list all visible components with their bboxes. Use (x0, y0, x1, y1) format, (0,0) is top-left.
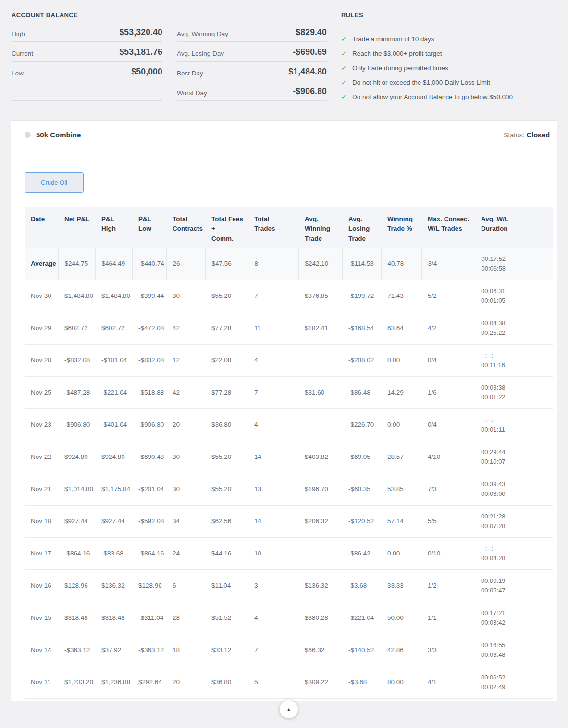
cell-pnl_low: -$832.08 (132, 344, 166, 376)
cell-avg_win: $31.60 (298, 376, 342, 408)
cell-fees: $11.04 (205, 569, 248, 602)
cell-contracts: 6 (166, 569, 205, 602)
cell-contracts: 42 (166, 376, 205, 408)
rule-item: ✓Trade a minimum of 10 days (341, 32, 562, 46)
cell-pnl_low: -$311.04 (132, 602, 166, 634)
cell-pnl_low: -$363.12 (132, 634, 166, 666)
column-header: Avg. W/LDuration (475, 207, 517, 248)
cell-fees: $55.20 (205, 441, 248, 473)
cell-avg_lose: -$60.35 (342, 473, 381, 505)
cell-contracts: 12 (166, 344, 205, 376)
table-row-average: Average$244.75$464.49-$440.7426$47.568$2… (25, 248, 553, 280)
cell-avg_win: $66.32 (298, 634, 342, 666)
duration-win: --:--:-- (481, 351, 517, 360)
cell-fees: $47.56 (205, 248, 248, 280)
cell-win_pct: 80.00 (381, 666, 421, 698)
check-icon: ✓ (341, 93, 352, 100)
cell-pnl_low: -$399.44 (132, 280, 166, 312)
cell-duration: 00:21:2800:07:28 (475, 505, 517, 537)
duration-win: 00:39:43 (481, 480, 517, 489)
cell-consec: 3/4 (421, 248, 475, 280)
cell-trades: 11 (248, 312, 298, 344)
column-header: Total Fees +Comm. (205, 207, 248, 248)
rules-list: ✓Trade a minimum of 10 days✓Reach the $3… (341, 32, 562, 104)
cell-pnl_low: $292.64 (132, 666, 166, 698)
cell-pnl_high: -$401.04 (95, 408, 132, 441)
cell-pnl_low: -$906.80 (132, 408, 166, 441)
cell-spacer (517, 344, 553, 376)
cell-trades: 8 (248, 248, 298, 280)
cell-contracts: 26 (166, 248, 205, 280)
check-icon: ✓ (341, 50, 352, 57)
table-row: Nov 21$1,014.80$1,175.84-$201.0430$55.20… (25, 473, 553, 505)
cell-date: Nov 21 (25, 473, 58, 505)
stat-label: High (12, 30, 25, 37)
cell-date: Nov 16 (25, 569, 58, 602)
cell-contracts: 20 (166, 408, 205, 441)
duration-loss: 00:03:48 (481, 650, 517, 660)
cell-spacer (517, 634, 553, 666)
table-row: Nov 15$318.48$318.48-$311.0428$51.524$38… (25, 602, 553, 634)
column-header: TotalTrades (248, 207, 298, 248)
cell-avg_win: $403.82 (298, 441, 342, 473)
stat-row: Best Day$1,484.80 (177, 62, 327, 81)
cell-date: Nov 30 (25, 280, 58, 312)
cell-spacer (517, 537, 553, 569)
duration-loss: 00:01:11 (481, 425, 517, 434)
cell-win_pct: 53.85 (381, 473, 421, 505)
duration-win: 00:00:19 (481, 576, 517, 586)
stat-row: Current$53,181.76 (12, 42, 162, 62)
table-row: Nov 18$927.44$927.44-$592.0834$62.5614$2… (25, 505, 553, 537)
cell-contracts: 42 (166, 312, 205, 344)
cell-date: Nov 25 (25, 376, 58, 408)
cell-avg_lose: -$69.05 (342, 441, 381, 473)
cell-avg_lose: -$3.68 (342, 666, 381, 698)
stat-value: $50,000 (131, 67, 162, 77)
cell-spacer (517, 441, 553, 473)
cell-contracts: 28 (166, 602, 205, 634)
account-balance-title: ACCOUNT BALANCE (12, 12, 162, 22)
cell-pnl_high: $37.92 (95, 634, 132, 666)
combine-name: 50k Combine (36, 131, 81, 139)
account-balance-stats: High$53,320.40Current$53,181.76Low$50,00… (12, 22, 162, 101)
duration-win: 00:17:21 (481, 608, 517, 618)
cell-fees: $22.08 (205, 344, 248, 376)
stat-row: High$53,320.40 (12, 22, 162, 42)
collapse-button[interactable]: ▲ (280, 700, 298, 718)
cell-net_pnl: $927.44 (58, 505, 95, 537)
cell-contracts: 30 (166, 473, 205, 505)
cell-net_pnl: -$864.16 (58, 537, 95, 569)
cell-avg_lose: -$208.02 (342, 344, 381, 376)
cell-net_pnl: $318.48 (58, 602, 95, 634)
cell-spacer (517, 666, 553, 698)
table-row: Nov 14-$363.12$37.92-$363.1218$33.127$66… (25, 634, 553, 666)
stat-label: Current (12, 50, 33, 57)
cell-avg_lose: -$140.52 (342, 634, 381, 666)
cell-consec: 4/1 (421, 666, 475, 698)
column-header: WinningTrade % (381, 207, 421, 248)
stat-row (12, 81, 162, 101)
cell-spacer (517, 473, 553, 505)
cell-consec: 4/2 (421, 312, 475, 344)
cell-consec: 1/6 (421, 376, 475, 408)
duration-loss: 00:06:58 (482, 264, 517, 273)
cell-net_pnl: $1,014.80 (58, 473, 95, 505)
day-stats: Avg. Winning Day$829.40Avg. Losing Day-$… (177, 22, 327, 101)
cell-pnl_high: $136.32 (95, 569, 132, 602)
stat-label: Worst Day (177, 89, 207, 97)
cell-contracts: 18 (166, 634, 205, 666)
tab-crude-oil[interactable]: Crude Oil (25, 172, 84, 193)
cell-avg_win: $309.22 (298, 666, 342, 698)
column-header: Max. Consec.W/L Trades (421, 207, 475, 248)
stat-label: Avg. Losing Day (177, 50, 224, 57)
cell-avg_win (298, 537, 342, 569)
cell-win_pct: 42.86 (381, 634, 421, 666)
cell-date: Nov 29 (25, 312, 58, 344)
cell-consec: 5/2 (421, 280, 475, 312)
column-header: P&LLow (132, 207, 166, 248)
stat-value: -$690.69 (293, 47, 327, 57)
stat-row: Low$50,000 (12, 62, 162, 81)
cell-trades: 3 (248, 569, 298, 602)
rule-text: Reach the $3,000+ profit target (352, 50, 442, 57)
duration-loss: 00:07:28 (481, 521, 517, 531)
